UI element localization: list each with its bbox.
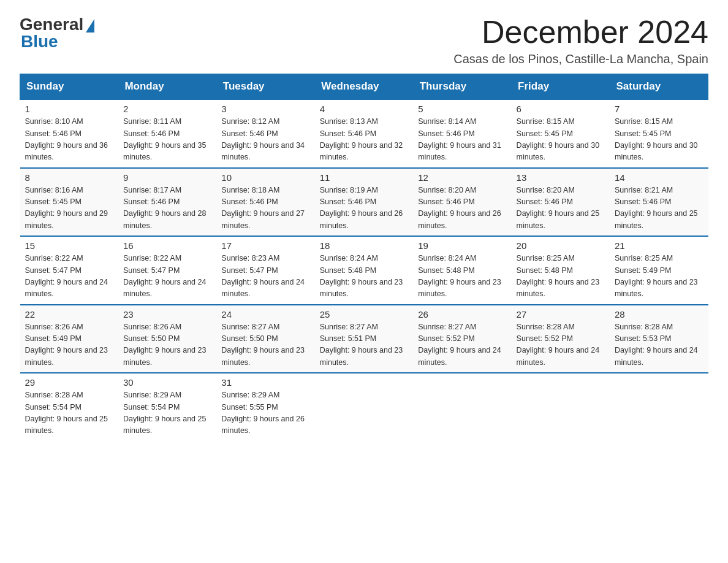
location-title: Casas de los Pinos, Castille-La Mancha, … bbox=[453, 52, 708, 66]
day-number: 19 bbox=[418, 240, 506, 251]
day-number: 7 bbox=[615, 104, 703, 114]
calendar-week-row: 22 Sunrise: 8:26 AMSunset: 5:49 PMDaylig… bbox=[20, 305, 708, 373]
day-info: Sunrise: 8:18 AMSunset: 5:46 PMDaylight:… bbox=[221, 185, 309, 232]
day-info: Sunrise: 8:25 AMSunset: 5:48 PMDaylight:… bbox=[517, 253, 605, 301]
calendar-cell: 11 Sunrise: 8:19 AMSunset: 5:46 PMDaylig… bbox=[315, 168, 413, 237]
day-info: Sunrise: 8:24 AMSunset: 5:48 PMDaylight:… bbox=[320, 253, 408, 301]
day-number: 21 bbox=[615, 240, 703, 251]
calendar-week-row: 8 Sunrise: 8:16 AMSunset: 5:45 PMDayligh… bbox=[20, 168, 708, 237]
calendar-cell: 14 Sunrise: 8:21 AMSunset: 5:46 PMDaylig… bbox=[610, 168, 708, 237]
day-info: Sunrise: 8:11 AMSunset: 5:46 PMDaylight:… bbox=[123, 116, 211, 164]
day-info: Sunrise: 8:13 AMSunset: 5:46 PMDaylight:… bbox=[320, 116, 408, 164]
calendar-week-row: 29 Sunrise: 8:28 AMSunset: 5:54 PMDaylig… bbox=[20, 373, 708, 441]
day-info: Sunrise: 8:24 AMSunset: 5:48 PMDaylight:… bbox=[418, 253, 506, 301]
calendar-cell bbox=[413, 373, 511, 441]
day-info: Sunrise: 8:27 AMSunset: 5:52 PMDaylight:… bbox=[418, 321, 506, 369]
calendar-cell: 30 Sunrise: 8:29 AMSunset: 5:54 PMDaylig… bbox=[118, 373, 216, 441]
day-number: 16 bbox=[123, 240, 211, 251]
day-number: 28 bbox=[615, 309, 703, 320]
calendar-cell: 22 Sunrise: 8:26 AMSunset: 5:49 PMDaylig… bbox=[20, 305, 118, 373]
calendar-cell: 26 Sunrise: 8:27 AMSunset: 5:52 PMDaylig… bbox=[413, 305, 511, 373]
weekday-header-tuesday: Tuesday bbox=[216, 74, 314, 100]
day-number: 8 bbox=[25, 172, 113, 183]
day-info: Sunrise: 8:22 AMSunset: 5:47 PMDaylight:… bbox=[123, 253, 211, 301]
day-number: 24 bbox=[221, 309, 309, 320]
day-number: 23 bbox=[123, 309, 211, 320]
calendar-cell: 12 Sunrise: 8:20 AMSunset: 5:46 PMDaylig… bbox=[413, 168, 511, 237]
day-info: Sunrise: 8:21 AMSunset: 5:46 PMDaylight:… bbox=[615, 185, 703, 232]
day-info: Sunrise: 8:19 AMSunset: 5:46 PMDaylight:… bbox=[320, 185, 408, 232]
day-number: 22 bbox=[25, 309, 113, 320]
calendar-cell: 4 Sunrise: 8:13 AMSunset: 5:46 PMDayligh… bbox=[315, 99, 413, 168]
day-number: 5 bbox=[418, 104, 506, 114]
calendar-header-row: SundayMondayTuesdayWednesdayThursdayFrid… bbox=[20, 74, 708, 100]
day-number: 12 bbox=[418, 172, 506, 183]
weekday-header-monday: Monday bbox=[118, 74, 216, 100]
day-number: 9 bbox=[123, 172, 211, 183]
day-number: 3 bbox=[221, 104, 309, 114]
calendar-cell: 17 Sunrise: 8:23 AMSunset: 5:47 PMDaylig… bbox=[216, 236, 314, 305]
day-info: Sunrise: 8:29 AMSunset: 5:54 PMDaylight:… bbox=[123, 389, 211, 437]
calendar-cell bbox=[512, 373, 610, 441]
day-number: 30 bbox=[123, 377, 211, 388]
calendar-cell: 25 Sunrise: 8:27 AMSunset: 5:51 PMDaylig… bbox=[315, 305, 413, 373]
calendar-week-row: 15 Sunrise: 8:22 AMSunset: 5:47 PMDaylig… bbox=[20, 236, 708, 305]
day-info: Sunrise: 8:23 AMSunset: 5:47 PMDaylight:… bbox=[221, 253, 309, 301]
day-number: 1 bbox=[25, 104, 113, 114]
day-number: 15 bbox=[25, 240, 113, 251]
weekday-header-friday: Friday bbox=[512, 74, 610, 100]
calendar-cell: 18 Sunrise: 8:24 AMSunset: 5:48 PMDaylig… bbox=[315, 236, 413, 305]
day-number: 27 bbox=[517, 309, 605, 320]
calendar-cell: 16 Sunrise: 8:22 AMSunset: 5:47 PMDaylig… bbox=[118, 236, 216, 305]
weekday-header-thursday: Thursday bbox=[413, 74, 511, 100]
weekday-header-saturday: Saturday bbox=[610, 74, 708, 100]
calendar-cell: 23 Sunrise: 8:26 AMSunset: 5:50 PMDaylig… bbox=[118, 305, 216, 373]
calendar-cell: 24 Sunrise: 8:27 AMSunset: 5:50 PMDaylig… bbox=[216, 305, 314, 373]
day-number: 6 bbox=[517, 104, 605, 114]
month-title: December 2024 bbox=[453, 15, 708, 50]
title-block: December 2024 Casas de los Pinos, Castil… bbox=[453, 15, 708, 66]
day-info: Sunrise: 8:26 AMSunset: 5:49 PMDaylight:… bbox=[25, 321, 113, 369]
calendar-cell: 10 Sunrise: 8:18 AMSunset: 5:46 PMDaylig… bbox=[216, 168, 314, 237]
day-info: Sunrise: 8:16 AMSunset: 5:45 PMDaylight:… bbox=[25, 185, 113, 232]
page-header: General Blue December 2024 Casas de los … bbox=[20, 15, 708, 66]
day-number: 10 bbox=[221, 172, 309, 183]
day-number: 11 bbox=[320, 172, 408, 183]
calendar-cell: 20 Sunrise: 8:25 AMSunset: 5:48 PMDaylig… bbox=[512, 236, 610, 305]
calendar-cell: 6 Sunrise: 8:15 AMSunset: 5:45 PMDayligh… bbox=[512, 99, 610, 168]
day-number: 4 bbox=[320, 104, 408, 114]
calendar-cell: 29 Sunrise: 8:28 AMSunset: 5:54 PMDaylig… bbox=[20, 373, 118, 441]
calendar-cell: 28 Sunrise: 8:28 AMSunset: 5:53 PMDaylig… bbox=[610, 305, 708, 373]
calendar-week-row: 1 Sunrise: 8:10 AMSunset: 5:46 PMDayligh… bbox=[20, 99, 708, 168]
day-number: 26 bbox=[418, 309, 506, 320]
calendar-cell: 5 Sunrise: 8:14 AMSunset: 5:46 PMDayligh… bbox=[413, 99, 511, 168]
day-number: 14 bbox=[615, 172, 703, 183]
day-number: 18 bbox=[320, 240, 408, 251]
calendar-cell: 2 Sunrise: 8:11 AMSunset: 5:46 PMDayligh… bbox=[118, 99, 216, 168]
day-info: Sunrise: 8:26 AMSunset: 5:50 PMDaylight:… bbox=[123, 321, 211, 369]
day-number: 13 bbox=[517, 172, 605, 183]
day-number: 29 bbox=[25, 377, 113, 388]
calendar-cell bbox=[315, 373, 413, 441]
logo-triangle-icon bbox=[86, 19, 94, 33]
day-info: Sunrise: 8:17 AMSunset: 5:46 PMDaylight:… bbox=[123, 185, 211, 232]
calendar-cell: 9 Sunrise: 8:17 AMSunset: 5:46 PMDayligh… bbox=[118, 168, 216, 237]
day-info: Sunrise: 8:14 AMSunset: 5:46 PMDaylight:… bbox=[418, 116, 506, 164]
calendar-cell: 1 Sunrise: 8:10 AMSunset: 5:46 PMDayligh… bbox=[20, 99, 118, 168]
day-info: Sunrise: 8:22 AMSunset: 5:47 PMDaylight:… bbox=[25, 253, 113, 301]
day-number: 2 bbox=[123, 104, 211, 114]
day-info: Sunrise: 8:28 AMSunset: 5:53 PMDaylight:… bbox=[615, 321, 703, 369]
calendar-cell: 3 Sunrise: 8:12 AMSunset: 5:46 PMDayligh… bbox=[216, 99, 314, 168]
calendar-cell bbox=[610, 373, 708, 441]
day-number: 20 bbox=[517, 240, 605, 251]
day-info: Sunrise: 8:10 AMSunset: 5:46 PMDaylight:… bbox=[25, 116, 113, 164]
logo-blue-text: Blue bbox=[21, 32, 58, 52]
day-info: Sunrise: 8:28 AMSunset: 5:52 PMDaylight:… bbox=[517, 321, 605, 369]
day-info: Sunrise: 8:15 AMSunset: 5:45 PMDaylight:… bbox=[615, 116, 703, 164]
day-info: Sunrise: 8:28 AMSunset: 5:54 PMDaylight:… bbox=[25, 389, 113, 437]
weekday-header-sunday: Sunday bbox=[20, 74, 118, 100]
logo: General Blue bbox=[20, 15, 94, 52]
calendar-cell: 8 Sunrise: 8:16 AMSunset: 5:45 PMDayligh… bbox=[20, 168, 118, 237]
calendar-cell: 19 Sunrise: 8:24 AMSunset: 5:48 PMDaylig… bbox=[413, 236, 511, 305]
day-info: Sunrise: 8:12 AMSunset: 5:46 PMDaylight:… bbox=[221, 116, 309, 164]
